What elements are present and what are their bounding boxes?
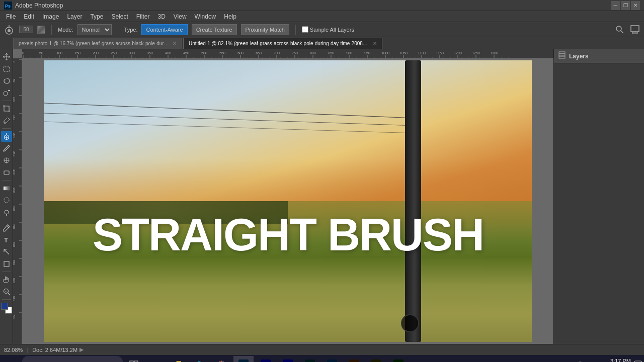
restore-button[interactable]: ❐ [621, 1, 630, 10]
svg-text:1100: 1100 [418, 51, 426, 55]
create-texture-button[interactable]: Create Texture [192, 24, 237, 35]
tray-action-center[interactable] [634, 360, 642, 363]
photoshop-canvas[interactable]: STRAIGHT BRUSH [44, 60, 532, 342]
clone-stamp-tool[interactable] [1, 155, 12, 166]
svg-line-23 [8, 293, 10, 295]
svg-text:100: 100 [56, 51, 62, 55]
tab-0-close[interactable]: ✕ [173, 41, 177, 46]
text-tool[interactable]: T [1, 234, 12, 245]
taskbar-premiere[interactable]: Pr [256, 356, 276, 362]
separator-1 [51, 25, 52, 35]
system-clock[interactable]: 3:17 PM 1/2/2017 [609, 357, 631, 362]
close-button[interactable]: ✕ [631, 1, 640, 10]
svg-rect-244 [305, 359, 315, 362]
svg-text:400: 400 [165, 51, 171, 55]
start-button[interactable]: ⊞ [2, 356, 20, 362]
taskbar-photoshop[interactable]: Ps [233, 356, 254, 362]
ruler-vertical: 0501001502002503003504004505005506006507… [13, 58, 22, 344]
proximity-match-button[interactable]: Proximity Match [241, 24, 289, 35]
doc-info-expand-icon[interactable]: ▶ [79, 346, 84, 353]
brush-tool[interactable] [1, 143, 12, 154]
svg-point-19 [5, 210, 9, 214]
ruler-h-svg: (function(){ // ruler ticks drawn via JS… [22, 49, 553, 58]
spot-heal-tool-icon [3, 24, 15, 36]
path-select-tool[interactable] [1, 246, 12, 257]
crop-tool[interactable] [1, 103, 12, 114]
shape-tool[interactable] [1, 258, 12, 269]
menu-image[interactable]: Image [38, 12, 63, 21]
tray-network[interactable] [598, 360, 606, 363]
menu-layer[interactable]: Layer [63, 12, 86, 21]
taskbar-store[interactable] [189, 356, 209, 362]
menu-help[interactable]: Help [220, 12, 240, 21]
menu-select[interactable]: Select [107, 12, 132, 21]
taskbar-audition[interactable]: Au [300, 356, 320, 362]
quick-select-tool[interactable] [1, 87, 12, 99]
minimize-button[interactable]: ─ [611, 1, 620, 10]
lasso-tool[interactable] [1, 75, 12, 86]
tab-0[interactable]: pexels-photo-1 @ 16.7% (green-leaf-grass… [13, 38, 182, 49]
svg-text:300: 300 [129, 51, 135, 55]
tab-1-label: Untitled-1 @ 82.1% (green-leaf-grass-acr… [189, 41, 370, 46]
doc-info: Doc: 2.64M/13.2M [32, 347, 77, 353]
taskbar-media-encoder[interactable]: Me [388, 356, 409, 362]
taskbar-aftereffects[interactable]: Ae [278, 356, 298, 362]
svg-rect-252 [393, 359, 404, 362]
svg-text:850: 850 [328, 51, 334, 55]
taskbar-edge[interactable]: e [145, 356, 165, 362]
svg-point-5 [616, 26, 621, 31]
search-bar[interactable]: Ask me anything [22, 356, 123, 362]
svg-text:350: 350 [13, 188, 16, 193]
spot-heal-tool[interactable] [1, 131, 12, 142]
svg-text:400: 400 [13, 206, 16, 211]
sample-all-layers-input[interactable] [302, 26, 308, 33]
tab-1[interactable]: Untitled-1 @ 82.1% (green-leaf-grass-acr… [183, 38, 382, 49]
mode-select[interactable]: Normal Multiply Screen [77, 24, 112, 35]
tool-separator-3 [2, 180, 11, 180]
hand-tool[interactable] [1, 274, 12, 285]
blur-tool[interactable] [1, 195, 12, 206]
menu-edit[interactable]: Edit [20, 12, 38, 21]
taskbar-illustrator[interactable]: Ai [344, 356, 364, 362]
menu-type[interactable]: Type [86, 12, 107, 21]
svg-rect-8 [632, 32, 637, 34]
color-swatches[interactable] [1, 303, 12, 314]
eraser-tool[interactable] [1, 167, 12, 178]
menu-view[interactable]: View [170, 12, 191, 21]
foreground-color-swatch[interactable] [1, 303, 8, 310]
tool-separator-1 [2, 101, 11, 101]
sample-all-layers-checkbox[interactable]: Sample All Layers [302, 26, 354, 33]
svg-text:450: 450 [13, 224, 16, 229]
statusbar: 82.08% | Doc: 2.64M/13.2M ▶ [0, 344, 644, 355]
svg-point-11 [5, 122, 6, 123]
menu-3d[interactable]: 3D [153, 12, 169, 21]
taskbar-chrome[interactable] [211, 356, 231, 362]
menu-file[interactable]: File [2, 12, 20, 21]
workspace-icon[interactable] [629, 24, 641, 36]
brush-picker-icon[interactable] [37, 26, 45, 34]
select-rect-tool[interactable] [1, 63, 12, 74]
content-aware-button[interactable]: Content-Aware [141, 24, 187, 35]
layers-icon [558, 51, 566, 61]
taskbar-lightroom[interactable]: Lr [322, 356, 342, 362]
eyedropper-tool[interactable] [1, 115, 12, 126]
search-icon[interactable] [614, 24, 626, 36]
main-workspace: T + (function(){ // ruler [0, 49, 644, 344]
tab-1-close[interactable]: ✕ [373, 41, 377, 46]
taskbar-explorer[interactable] [167, 356, 187, 362]
menu-window[interactable]: Window [191, 12, 220, 21]
menu-filter[interactable]: Filter [132, 12, 154, 21]
taskbar-bridge[interactable]: Br [366, 356, 386, 362]
tool-separator-4 [2, 220, 11, 220]
zoom-tool[interactable]: + [1, 286, 12, 297]
dodge-tool[interactable] [1, 207, 12, 218]
pen-tool[interactable] [1, 222, 12, 233]
tray-volume[interactable] [587, 360, 595, 363]
brush-size-input[interactable]: 50 [19, 26, 33, 33]
task-view-button[interactable] [125, 356, 143, 362]
tray-notifications[interactable] [576, 360, 584, 363]
move-tool[interactable] [1, 51, 12, 62]
svg-text:900: 900 [346, 51, 352, 55]
svg-point-10 [4, 92, 8, 96]
gradient-tool[interactable] [1, 183, 12, 194]
